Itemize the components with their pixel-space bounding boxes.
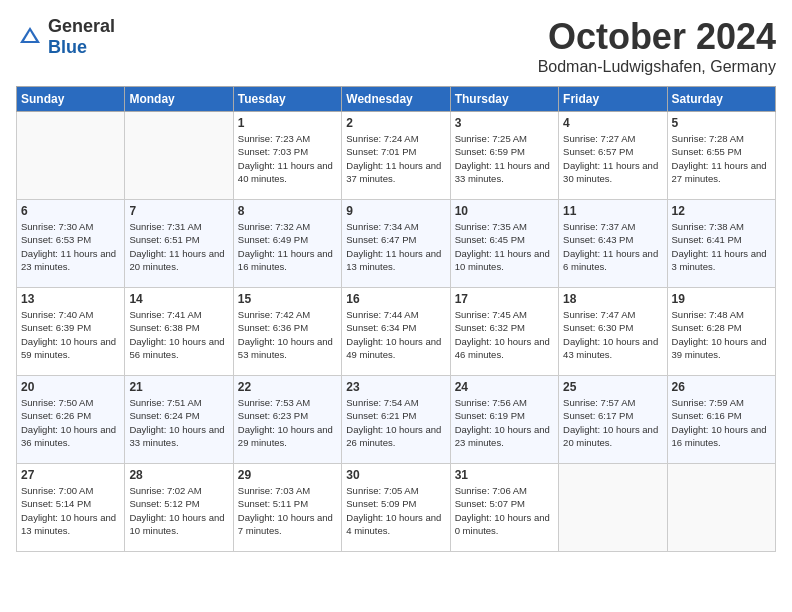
day-number: 25 <box>563 380 662 394</box>
calendar-cell: 26Sunrise: 7:59 AM Sunset: 6:16 PM Dayli… <box>667 376 775 464</box>
day-number: 21 <box>129 380 228 394</box>
day-number: 15 <box>238 292 337 306</box>
calendar-cell: 24Sunrise: 7:56 AM Sunset: 6:19 PM Dayli… <box>450 376 558 464</box>
calendar-cell: 7Sunrise: 7:31 AM Sunset: 6:51 PM Daylig… <box>125 200 233 288</box>
calendar-cell: 30Sunrise: 7:05 AM Sunset: 5:09 PM Dayli… <box>342 464 450 552</box>
cell-content: Sunrise: 7:35 AM Sunset: 6:45 PM Dayligh… <box>455 220 554 273</box>
day-number: 5 <box>672 116 771 130</box>
day-number: 19 <box>672 292 771 306</box>
cell-content: Sunrise: 7:44 AM Sunset: 6:34 PM Dayligh… <box>346 308 445 361</box>
weekday-header-saturday: Saturday <box>667 87 775 112</box>
logo-icon <box>16 23 44 51</box>
cell-content: Sunrise: 7:02 AM Sunset: 5:12 PM Dayligh… <box>129 484 228 537</box>
cell-content: Sunrise: 7:54 AM Sunset: 6:21 PM Dayligh… <box>346 396 445 449</box>
day-number: 27 <box>21 468 120 482</box>
calendar-cell: 15Sunrise: 7:42 AM Sunset: 6:36 PM Dayli… <box>233 288 341 376</box>
calendar-cell: 6Sunrise: 7:30 AM Sunset: 6:53 PM Daylig… <box>17 200 125 288</box>
cell-content: Sunrise: 7:51 AM Sunset: 6:24 PM Dayligh… <box>129 396 228 449</box>
cell-content: Sunrise: 7:34 AM Sunset: 6:47 PM Dayligh… <box>346 220 445 273</box>
weekday-header-friday: Friday <box>559 87 667 112</box>
cell-content: Sunrise: 7:28 AM Sunset: 6:55 PM Dayligh… <box>672 132 771 185</box>
cell-content: Sunrise: 7:00 AM Sunset: 5:14 PM Dayligh… <box>21 484 120 537</box>
calendar-cell: 16Sunrise: 7:44 AM Sunset: 6:34 PM Dayli… <box>342 288 450 376</box>
calendar-cell: 25Sunrise: 7:57 AM Sunset: 6:17 PM Dayli… <box>559 376 667 464</box>
weekday-header-row: SundayMondayTuesdayWednesdayThursdayFrid… <box>17 87 776 112</box>
calendar-week-row: 27Sunrise: 7:00 AM Sunset: 5:14 PM Dayli… <box>17 464 776 552</box>
day-number: 6 <box>21 204 120 218</box>
cell-content: Sunrise: 7:38 AM Sunset: 6:41 PM Dayligh… <box>672 220 771 273</box>
calendar-cell: 14Sunrise: 7:41 AM Sunset: 6:38 PM Dayli… <box>125 288 233 376</box>
calendar-cell: 12Sunrise: 7:38 AM Sunset: 6:41 PM Dayli… <box>667 200 775 288</box>
calendar-cell: 23Sunrise: 7:54 AM Sunset: 6:21 PM Dayli… <box>342 376 450 464</box>
calendar-cell: 29Sunrise: 7:03 AM Sunset: 5:11 PM Dayli… <box>233 464 341 552</box>
day-number: 30 <box>346 468 445 482</box>
logo: General Blue <box>16 16 115 58</box>
calendar-cell: 21Sunrise: 7:51 AM Sunset: 6:24 PM Dayli… <box>125 376 233 464</box>
day-number: 20 <box>21 380 120 394</box>
logo-blue: Blue <box>48 37 87 57</box>
calendar-body: 1Sunrise: 7:23 AM Sunset: 7:03 PM Daylig… <box>17 112 776 552</box>
calendar-cell: 27Sunrise: 7:00 AM Sunset: 5:14 PM Dayli… <box>17 464 125 552</box>
day-number: 16 <box>346 292 445 306</box>
day-number: 11 <box>563 204 662 218</box>
page-header: General Blue October 2024 Bodman-Ludwigs… <box>16 16 776 76</box>
calendar-table: SundayMondayTuesdayWednesdayThursdayFrid… <box>16 86 776 552</box>
calendar-cell: 3Sunrise: 7:25 AM Sunset: 6:59 PM Daylig… <box>450 112 558 200</box>
cell-content: Sunrise: 7:06 AM Sunset: 5:07 PM Dayligh… <box>455 484 554 537</box>
cell-content: Sunrise: 7:40 AM Sunset: 6:39 PM Dayligh… <box>21 308 120 361</box>
cell-content: Sunrise: 7:57 AM Sunset: 6:17 PM Dayligh… <box>563 396 662 449</box>
cell-content: Sunrise: 7:23 AM Sunset: 7:03 PM Dayligh… <box>238 132 337 185</box>
day-number: 13 <box>21 292 120 306</box>
day-number: 26 <box>672 380 771 394</box>
day-number: 2 <box>346 116 445 130</box>
day-number: 14 <box>129 292 228 306</box>
weekday-header-wednesday: Wednesday <box>342 87 450 112</box>
cell-content: Sunrise: 7:05 AM Sunset: 5:09 PM Dayligh… <box>346 484 445 537</box>
calendar-cell: 8Sunrise: 7:32 AM Sunset: 6:49 PM Daylig… <box>233 200 341 288</box>
calendar-cell: 10Sunrise: 7:35 AM Sunset: 6:45 PM Dayli… <box>450 200 558 288</box>
day-number: 9 <box>346 204 445 218</box>
cell-content: Sunrise: 7:37 AM Sunset: 6:43 PM Dayligh… <box>563 220 662 273</box>
calendar-cell: 28Sunrise: 7:02 AM Sunset: 5:12 PM Dayli… <box>125 464 233 552</box>
cell-content: Sunrise: 7:41 AM Sunset: 6:38 PM Dayligh… <box>129 308 228 361</box>
day-number: 12 <box>672 204 771 218</box>
weekday-header-sunday: Sunday <box>17 87 125 112</box>
day-number: 28 <box>129 468 228 482</box>
weekday-header-tuesday: Tuesday <box>233 87 341 112</box>
day-number: 18 <box>563 292 662 306</box>
calendar-cell: 13Sunrise: 7:40 AM Sunset: 6:39 PM Dayli… <box>17 288 125 376</box>
calendar-cell: 11Sunrise: 7:37 AM Sunset: 6:43 PM Dayli… <box>559 200 667 288</box>
day-number: 17 <box>455 292 554 306</box>
day-number: 8 <box>238 204 337 218</box>
location-title: Bodman-Ludwigshafen, Germany <box>538 58 776 76</box>
cell-content: Sunrise: 7:47 AM Sunset: 6:30 PM Dayligh… <box>563 308 662 361</box>
day-number: 3 <box>455 116 554 130</box>
calendar-week-row: 1Sunrise: 7:23 AM Sunset: 7:03 PM Daylig… <box>17 112 776 200</box>
calendar-cell: 18Sunrise: 7:47 AM Sunset: 6:30 PM Dayli… <box>559 288 667 376</box>
cell-content: Sunrise: 7:30 AM Sunset: 6:53 PM Dayligh… <box>21 220 120 273</box>
cell-content: Sunrise: 7:59 AM Sunset: 6:16 PM Dayligh… <box>672 396 771 449</box>
cell-content: Sunrise: 7:03 AM Sunset: 5:11 PM Dayligh… <box>238 484 337 537</box>
calendar-cell <box>559 464 667 552</box>
cell-content: Sunrise: 7:42 AM Sunset: 6:36 PM Dayligh… <box>238 308 337 361</box>
day-number: 7 <box>129 204 228 218</box>
day-number: 23 <box>346 380 445 394</box>
calendar-cell: 5Sunrise: 7:28 AM Sunset: 6:55 PM Daylig… <box>667 112 775 200</box>
day-number: 24 <box>455 380 554 394</box>
calendar-cell: 31Sunrise: 7:06 AM Sunset: 5:07 PM Dayli… <box>450 464 558 552</box>
weekday-header-monday: Monday <box>125 87 233 112</box>
calendar-cell: 2Sunrise: 7:24 AM Sunset: 7:01 PM Daylig… <box>342 112 450 200</box>
calendar-cell: 17Sunrise: 7:45 AM Sunset: 6:32 PM Dayli… <box>450 288 558 376</box>
month-title: October 2024 <box>538 16 776 58</box>
cell-content: Sunrise: 7:45 AM Sunset: 6:32 PM Dayligh… <box>455 308 554 361</box>
cell-content: Sunrise: 7:25 AM Sunset: 6:59 PM Dayligh… <box>455 132 554 185</box>
calendar-cell: 1Sunrise: 7:23 AM Sunset: 7:03 PM Daylig… <box>233 112 341 200</box>
cell-content: Sunrise: 7:50 AM Sunset: 6:26 PM Dayligh… <box>21 396 120 449</box>
title-block: October 2024 Bodman-Ludwigshafen, German… <box>538 16 776 76</box>
day-number: 22 <box>238 380 337 394</box>
calendar-cell: 20Sunrise: 7:50 AM Sunset: 6:26 PM Dayli… <box>17 376 125 464</box>
cell-content: Sunrise: 7:24 AM Sunset: 7:01 PM Dayligh… <box>346 132 445 185</box>
weekday-header-thursday: Thursday <box>450 87 558 112</box>
calendar-cell: 19Sunrise: 7:48 AM Sunset: 6:28 PM Dayli… <box>667 288 775 376</box>
calendar-cell: 22Sunrise: 7:53 AM Sunset: 6:23 PM Dayli… <box>233 376 341 464</box>
